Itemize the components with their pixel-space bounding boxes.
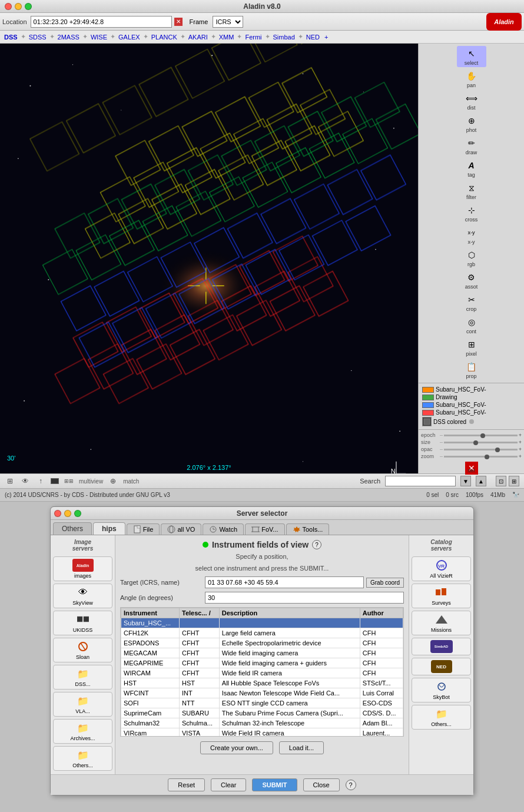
tab-hips[interactable]: hips xyxy=(93,522,125,535)
angle-input[interactable] xyxy=(205,592,404,604)
epoch-thumb[interactable] xyxy=(480,433,485,438)
tool-dist[interactable]: ⟺ dist xyxy=(457,91,486,112)
color-box[interactable] xyxy=(51,478,59,484)
tool-draw[interactable]: ✏ draw xyxy=(457,135,486,157)
target-input[interactable] xyxy=(205,576,364,588)
fov-table-scroll[interactable]: Instrument Telesc... / Description Autho… xyxy=(120,607,404,737)
th-telescope[interactable]: Telesc... / xyxy=(180,608,220,618)
server-ukidss[interactable]: UKIDSS xyxy=(53,611,112,635)
search-input[interactable] xyxy=(385,476,456,486)
layer-dss[interactable]: DSS colored xyxy=(421,416,522,427)
epoch-plus[interactable]: + xyxy=(519,432,522,438)
server-skybot[interactable]: SkyBot xyxy=(412,678,471,702)
tool-xy[interactable]: x-y x-y xyxy=(457,225,486,246)
footer-help-btn[interactable]: ? xyxy=(346,780,356,790)
location-input[interactable] xyxy=(31,16,172,28)
size-thumb[interactable] xyxy=(473,440,478,445)
north-icon[interactable]: ↑ xyxy=(35,476,46,486)
tool-cont[interactable]: ◎ cont xyxy=(457,314,486,336)
fov-help-btn[interactable]: ? xyxy=(312,540,321,549)
survey-xmm[interactable]: XMM xyxy=(217,34,236,41)
dialog-close-button[interactable]: Close xyxy=(303,778,340,791)
tool-filter[interactable]: ⧖ filter xyxy=(457,180,486,201)
restore-btn[interactable]: ⊡ xyxy=(496,476,506,486)
survey-akari[interactable]: AKARI xyxy=(187,34,210,41)
opac-thumb[interactable] xyxy=(495,448,500,452)
reset-button[interactable]: Reset xyxy=(168,778,205,791)
survey-wise[interactable]: WISE xyxy=(89,34,109,41)
minimize-btn[interactable] xyxy=(15,3,22,10)
layer-subaru2[interactable]: Subaru_HSC_FoV- xyxy=(421,401,522,409)
table-row[interactable]: WIRCAM CFHT Wide field IR camera CFH xyxy=(121,668,403,678)
table-row[interactable]: WFCINT INT Isaac Newton Telescope Wide F… xyxy=(121,688,403,698)
server-vizier[interactable]: VR All VizieR xyxy=(412,556,471,581)
dialog-max-btn[interactable] xyxy=(74,510,81,517)
nav-down-btn[interactable]: ▼ xyxy=(460,476,471,486)
table-row[interactable]: ESPADONS CFHT Echelle Spectropolarimetri… xyxy=(121,638,403,648)
server-simbad[interactable]: SimbAD xyxy=(412,638,471,655)
clear-location-button[interactable]: ✕ xyxy=(174,18,183,26)
match-icon[interactable]: ⊕ xyxy=(108,476,118,486)
frame-select[interactable]: ICRS GAL SGAL xyxy=(213,16,243,28)
server-archives[interactable]: 📁 Archives... xyxy=(53,719,112,744)
survey-galex[interactable]: GALEX xyxy=(117,34,142,41)
table-row[interactable]: SuprimeCam SUBARU The Subaru Prime Focus… xyxy=(121,708,403,718)
server-ned[interactable]: NED xyxy=(412,658,471,675)
dialog-close-btn[interactable] xyxy=(54,510,61,517)
dialog-min-btn[interactable] xyxy=(64,510,71,517)
maximize-btn[interactable] xyxy=(25,3,32,10)
tool-pan[interactable]: ✋ pan xyxy=(457,68,486,90)
size-track[interactable] xyxy=(444,442,518,443)
close-btn[interactable] xyxy=(5,3,12,10)
submit-button[interactable]: SUBMIT xyxy=(252,778,297,791)
zoom-thumb[interactable] xyxy=(485,455,489,459)
multiview-icon[interactable]: ⊞⊞ xyxy=(64,476,74,486)
tool-cross[interactable]: ⊹ cross xyxy=(457,203,486,224)
survey-add[interactable]: + xyxy=(323,34,330,41)
table-row[interactable]: MEGAPRIME CFHT Wide field imaging camera… xyxy=(121,658,403,668)
table-row[interactable]: MEGACAM CFHT Wide field imaging camera C… xyxy=(121,648,403,658)
th-description[interactable]: Description xyxy=(219,608,360,618)
th-author[interactable]: Author xyxy=(360,608,403,618)
tab-watch[interactable]: Watch xyxy=(203,523,244,535)
layer-subaru3[interactable]: Subaru_HSC_FoV- xyxy=(421,409,522,416)
tool-assot[interactable]: ⚙ assot xyxy=(457,270,486,291)
survey-ned[interactable]: NED xyxy=(304,34,321,41)
zoom-track[interactable] xyxy=(444,456,518,458)
tool-prop[interactable]: 📋 prop xyxy=(457,359,486,380)
survey-fermi[interactable]: Fermi xyxy=(243,34,263,41)
epoch-track[interactable] xyxy=(444,435,518,436)
tab-allvo[interactable]: all VO xyxy=(161,523,201,535)
expand-btn[interactable]: ⊞ xyxy=(509,476,519,486)
survey-planck[interactable]: PLANCK xyxy=(150,34,179,41)
server-sloan[interactable]: Sloan xyxy=(53,638,112,662)
tool-pixel[interactable]: ⊞ pixel xyxy=(457,337,486,358)
size-plus[interactable]: + xyxy=(519,439,522,445)
tool-crop[interactable]: ✂ crop xyxy=(457,292,486,313)
tab-others[interactable]: Others xyxy=(53,522,92,535)
tool-rgb[interactable]: ⬡ rgb xyxy=(457,247,486,269)
load-it-btn[interactable]: Load it... xyxy=(279,741,324,754)
server-dss[interactable]: 📁 DSS... xyxy=(53,665,112,690)
nav-up-btn[interactable]: ▲ xyxy=(476,476,486,486)
server-aladin-images[interactable]: Aladin images xyxy=(53,556,112,581)
grid-icon[interactable]: ⊞ xyxy=(5,476,15,486)
create-own-btn[interactable]: Create your own... xyxy=(200,741,273,754)
server-surveys[interactable]: Surveys xyxy=(412,584,471,608)
layer-subaru1[interactable]: Subaru_HSC_FoV- xyxy=(421,386,522,393)
tab-file[interactable]: File xyxy=(127,523,160,535)
tool-tag[interactable]: A tag xyxy=(457,158,486,179)
survey-simbad[interactable]: Simbad xyxy=(271,34,297,41)
table-row[interactable]: SOFI NTT ESO NTT single CCD camera ESO-C… xyxy=(121,698,403,708)
survey-dss[interactable]: DSS xyxy=(2,34,19,41)
table-row[interactable]: CFH12K CFHT Large field camera CFH xyxy=(121,628,403,638)
tool-phot[interactable]: ⊕ phot xyxy=(457,113,486,134)
survey-sdss[interactable]: SDSS xyxy=(27,34,48,41)
layer-visibility-dss[interactable] xyxy=(469,419,474,424)
server-vla[interactable]: 📁 VLA... xyxy=(53,692,112,717)
tool-select[interactable]: ↖ select xyxy=(457,46,486,67)
survey-2mass[interactable]: 2MASS xyxy=(56,34,81,41)
server-skyview[interactable]: 👁 SkyView xyxy=(53,584,112,608)
opac-track[interactable] xyxy=(444,449,518,450)
table-row[interactable]: Schulman32 Schulma... Schulman 32-inch T… xyxy=(121,718,403,728)
